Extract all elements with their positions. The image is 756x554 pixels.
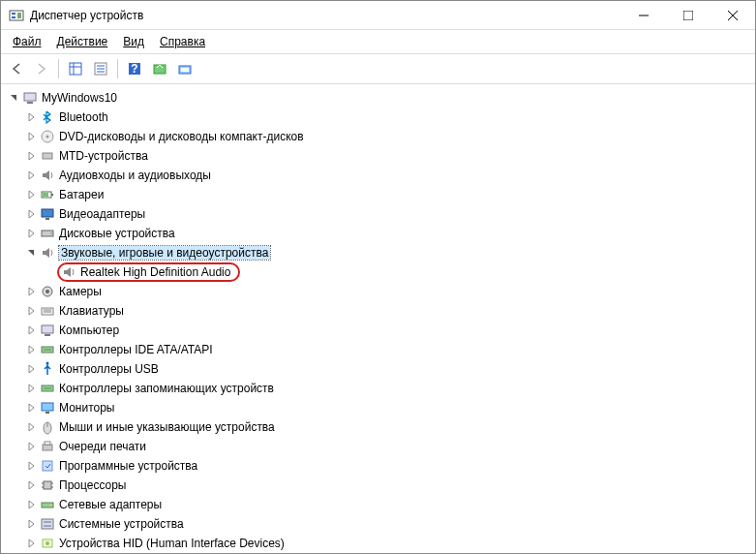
expander-icon[interactable] [24,382,38,395]
expander-icon[interactable] [24,323,38,337]
tree-item[interactable]: Дисковые устройства [3,224,753,243]
tree-item[interactable]: Контроллеры USB [3,359,753,379]
disc-icon [40,129,55,144]
svg-rect-5 [683,11,693,20]
tree-item-label: Камеры [59,285,102,298]
expander-icon[interactable] [24,130,38,143]
tree-item[interactable]: Батареи [3,185,753,204]
svg-rect-37 [42,325,53,333]
svg-point-41 [46,362,49,365]
tree-item-child[interactable]: Realtek High Definition Audio [3,262,753,282]
tree-item[interactable]: Мыши и иные указывающие устройства [3,417,753,437]
menu-view[interactable]: Вид [115,32,152,51]
tree-item-label: Контроллеры USB [59,362,159,376]
tree-item-label: Сетевые адаптеры [59,498,162,511]
speaker-icon [40,245,55,261]
svg-point-57 [50,505,52,507]
speaker-icon [40,168,55,183]
properties-button[interactable] [89,57,112,80]
expander-icon[interactable] [24,362,38,376]
tree-item-label: Системные устройства [59,517,184,531]
window-title: Диспетчер устройств [30,9,621,22]
tree-item-label: Мыши и иные указывающие устройства [59,420,275,434]
tree-item-label: Процессоры [59,478,127,492]
expander-icon[interactable] [24,498,38,511]
expander-icon[interactable] [24,401,38,415]
tree-item[interactable]: Контроллеры запоминающих устройств [3,379,753,398]
expander-icon[interactable] [24,110,38,124]
tree-item-label: Компьютер [59,323,119,337]
svg-rect-26 [51,194,53,196]
tree-item[interactable]: Компьютер [3,321,753,340]
highlighted-device: Realtek High Definition Audio [57,262,240,282]
tree-item[interactable]: Системные устройства [3,514,753,534]
expander-icon[interactable] [24,343,38,356]
expander-icon[interactable] [24,169,38,182]
expander-icon[interactable] [24,420,38,434]
expander-icon[interactable] [24,188,38,201]
svg-rect-48 [43,445,52,450]
scan-hardware-button[interactable] [148,57,171,80]
expander-icon[interactable] [24,537,38,550]
tree-item-label: Мониторы [59,401,114,415]
root-label: MyWindows10 [42,91,117,105]
tree-item[interactable]: Очереди печати [3,437,753,456]
expander-icon[interactable] [24,246,38,260]
tree-item[interactable]: Клавиатуры [3,301,753,321]
expander-icon[interactable] [24,227,38,240]
computer-icon [40,323,55,338]
tree-item[interactable]: Мониторы [3,398,753,417]
tree-item-label: Программные устройства [59,459,197,473]
expander-icon[interactable] [7,91,20,105]
expander-icon[interactable] [24,149,38,163]
system-icon [40,516,55,532]
help-button[interactable]: ? [123,57,146,80]
controller-icon [40,381,55,396]
tree-item[interactable]: Bluetooth [3,108,753,127]
tree-item[interactable]: Устройства HID (Human Interface Devices) [3,534,753,551]
svg-rect-38 [45,334,50,336]
tree-root[interactable]: MyWindows10 [3,88,753,108]
tree-item[interactable]: Сетевые адаптеры [3,495,753,514]
tree-item-label: MTD-устройства [59,149,148,163]
tree-item[interactable]: Контроллеры IDE ATA/ATAPI [3,340,753,359]
tree-item[interactable]: Звуковые, игровые и видеоустройства [3,243,753,262]
device-tree[interactable]: MyWindows10BluetoothDVD-дисководы и диск… [1,84,755,551]
menu-action[interactable]: Действие [49,32,116,51]
app-icon [9,8,24,23]
maximize-button[interactable] [666,1,711,29]
tree-item[interactable]: Программные устройства [3,456,753,476]
minimize-button[interactable] [621,1,666,29]
svg-rect-45 [45,412,49,414]
expander-icon[interactable] [24,207,38,221]
display-icon [40,206,55,222]
show-hidden-devices-button[interactable] [173,57,197,80]
back-button[interactable] [5,57,28,80]
tree-item-label: Аудиовходы и аудиовыходы [59,169,211,182]
toolbar-separator [58,59,59,78]
menu-help[interactable]: Справка [152,32,213,51]
expander-icon[interactable] [24,459,38,473]
svg-rect-24 [43,153,52,159]
forward-button[interactable] [30,57,53,80]
close-button[interactable] [711,1,755,29]
tree-item-label: Видеоадаптеры [59,207,145,221]
cpu-icon [40,477,55,493]
menubar: Файл Действие Вид Справка [1,30,755,54]
svg-text:?: ? [131,62,137,76]
tree-item[interactable]: MTD-устройства [3,146,753,166]
svg-point-31 [50,232,52,234]
tree-item[interactable]: Процессоры [3,476,753,495]
show-hide-button[interactable] [64,57,87,80]
expander-icon[interactable] [24,285,38,298]
tree-item[interactable]: DVD-дисководы и дисководы компакт-дисков [3,127,753,146]
expander-icon[interactable] [24,478,38,492]
tree-item[interactable]: Аудиовходы и аудиовыходы [3,166,753,185]
expander-icon[interactable] [24,440,38,453]
camera-icon [40,284,55,299]
expander-icon[interactable] [24,304,38,318]
expander-icon[interactable] [24,517,38,531]
tree-item[interactable]: Видеоадаптеры [3,204,753,224]
menu-file[interactable]: Файл [5,32,49,51]
tree-item[interactable]: Камеры [3,282,753,301]
